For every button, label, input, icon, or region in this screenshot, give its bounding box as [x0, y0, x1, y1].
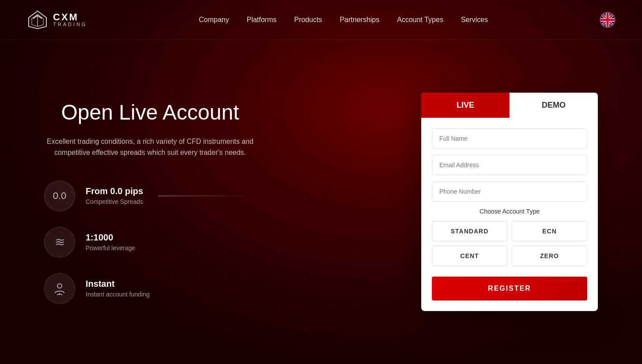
left-section: Open Live Account Excellent trading cond…	[44, 100, 256, 304]
form-panel: LIVE DEMO Choose Account Type STANDARD E…	[421, 93, 598, 311]
logo-icon	[26, 9, 49, 31]
register-button[interactable]: REGISTER	[432, 277, 587, 300]
full-name-input[interactable]	[432, 128, 587, 149]
spreads-desc: Competitive Spreads	[86, 198, 143, 205]
feature-funding: Instant Instant account funding	[44, 273, 256, 304]
nav-partnerships[interactable]: Partnerships	[340, 16, 379, 24]
account-types-grid: STANDARD ECN CENT ZERO	[432, 221, 587, 266]
account-type-standard[interactable]: STANDARD	[432, 221, 507, 241]
form-tabs: LIVE DEMO	[421, 93, 598, 118]
logo-text: CXM TRADING	[53, 12, 87, 27]
account-type-zero[interactable]: ZERO	[512, 246, 587, 266]
leverage-title: 1:1000	[86, 233, 135, 243]
feature-spreads: 0.0 From 0.0 pips Competitive Spreads	[44, 180, 256, 211]
form-body: Choose Account Type STANDARD ECN CENT ZE…	[421, 118, 598, 311]
feature-leverage: ≋ 1:1000 Powerful leverage	[44, 227, 256, 258]
leverage-desc: Powerful leverage	[86, 244, 135, 251]
account-type-ecn[interactable]: ECN	[512, 221, 587, 241]
funding-desc: Instant account funding	[86, 291, 150, 298]
logo-trading: TRADING	[53, 22, 87, 27]
deco-arrow	[158, 195, 256, 196]
funding-title: Instant	[86, 279, 150, 289]
logo[interactable]: CXM TRADING	[26, 9, 87, 31]
leverage-text: 1:1000 Powerful leverage	[86, 233, 135, 251]
email-input[interactable]	[432, 155, 587, 175]
phone-input[interactable]	[432, 181, 587, 202]
tab-demo[interactable]: DEMO	[510, 93, 598, 118]
main-nav: Company Platforms Products Partnerships …	[199, 16, 488, 24]
logo-cxm: CXM	[53, 12, 87, 22]
hero-subtitle: Excellent trading conditions, a rich var…	[44, 136, 256, 158]
nav-company[interactable]: Company	[199, 16, 229, 24]
features-list: 0.0 From 0.0 pips Competitive Spreads ≋ …	[44, 180, 256, 304]
language-selector[interactable]	[600, 12, 616, 28]
spreads-title: From 0.0 pips	[86, 186, 143, 196]
svg-point-4	[57, 284, 62, 288]
leverage-icon: ≋	[44, 227, 75, 258]
tab-live[interactable]: LIVE	[421, 93, 510, 118]
nav-products[interactable]: Products	[294, 16, 322, 24]
funding-text: Instant Instant account funding	[86, 279, 150, 298]
nav-account-types[interactable]: Account Types	[397, 16, 443, 24]
funding-icon	[44, 273, 75, 304]
account-type-label: Choose Account Type	[432, 208, 587, 215]
page-title: Open Live Account	[44, 100, 256, 125]
spreads-text: From 0.0 pips Competitive Spreads	[86, 186, 143, 205]
spreads-icon: 0.0	[44, 180, 75, 211]
account-type-cent[interactable]: CENT	[432, 246, 507, 266]
nav-services[interactable]: Services	[461, 16, 488, 24]
nav-platforms[interactable]: Platforms	[247, 16, 277, 24]
main-content: Open Live Account Excellent trading cond…	[0, 40, 642, 364]
